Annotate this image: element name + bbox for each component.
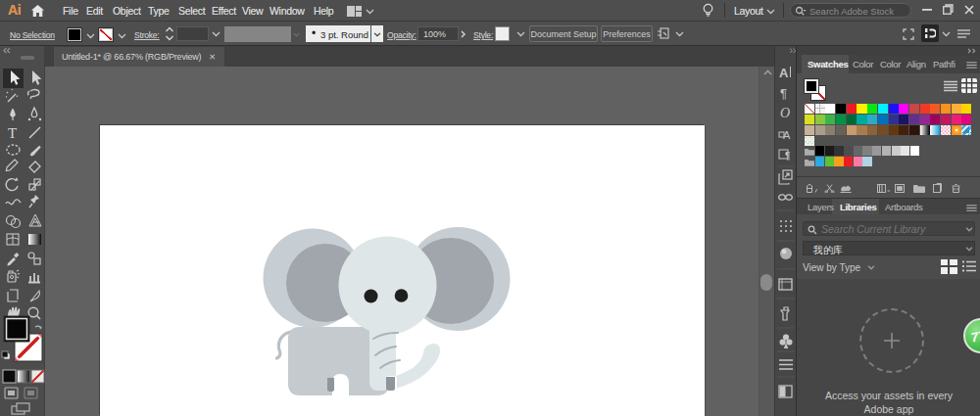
svg-text:¶: ¶ bbox=[785, 151, 790, 162]
svg-text:¶: ¶ bbox=[780, 86, 787, 101]
svg-text:O: O bbox=[780, 106, 790, 120]
svg-text:A: A bbox=[779, 66, 789, 80]
svg-text:T: T bbox=[8, 125, 17, 141]
